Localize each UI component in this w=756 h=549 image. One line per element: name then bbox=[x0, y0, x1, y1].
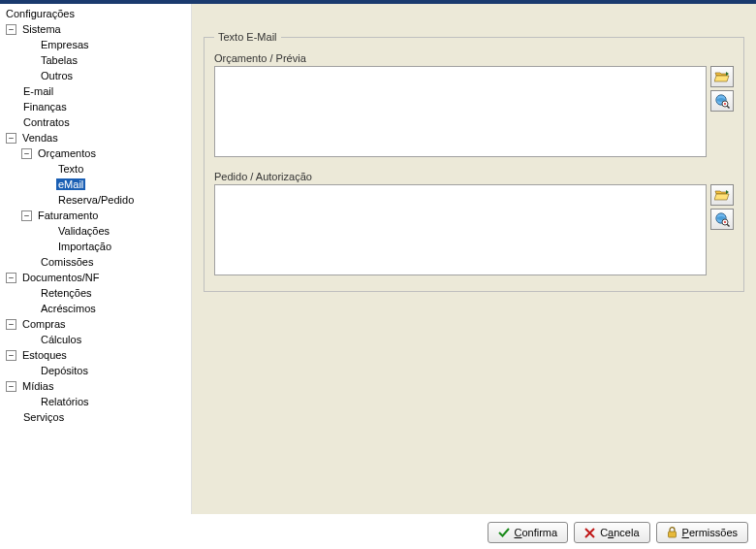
tree-item-calculos[interactable]: Cálculos bbox=[39, 334, 83, 345]
globe-magnifier-icon bbox=[714, 93, 730, 109]
tree-item-estoques[interactable]: Estoques bbox=[20, 349, 69, 361]
toggle-documentos-nf[interactable]: − bbox=[6, 273, 16, 283]
tree-item-outros[interactable]: Outros bbox=[39, 70, 75, 81]
tree-item-tabelas[interactable]: Tabelas bbox=[39, 54, 79, 66]
tree-item-retencoes[interactable]: Retenções bbox=[39, 287, 94, 299]
open-file-button-pedido[interactable] bbox=[710, 184, 734, 206]
lock-icon bbox=[667, 527, 677, 538]
confirma-label: onfirma bbox=[521, 527, 557, 538]
confirma-button[interactable]: Confirma bbox=[488, 522, 569, 543]
svg-point-7 bbox=[724, 221, 726, 223]
tree-item-importacao[interactable]: Importação bbox=[56, 241, 113, 252]
tree-item-contratos[interactable]: Contratos bbox=[21, 116, 72, 128]
group-legend: Texto E-Mail bbox=[214, 31, 281, 43]
label-pedido-autorizacao: Pedido / Autorização bbox=[214, 171, 734, 182]
check-icon bbox=[498, 527, 510, 538]
tree-item-vendas[interactable]: Vendas bbox=[20, 132, 60, 144]
tree-item-orcamentos[interactable]: Orçamentos bbox=[36, 147, 98, 159]
content-panel: Texto E-Mail Orçamento / Prévia bbox=[192, 4, 756, 514]
tree-item-depositos[interactable]: Depósitos bbox=[39, 365, 90, 376]
tree-item-acrescimos[interactable]: Acréscimos bbox=[39, 303, 98, 314]
textarea-orcamento-previa[interactable] bbox=[214, 66, 707, 157]
svg-rect-8 bbox=[668, 532, 676, 537]
cancela-label: ncela bbox=[614, 527, 639, 538]
tree-item-validacoes[interactable]: Validações bbox=[56, 225, 111, 237]
toggle-compras[interactable]: − bbox=[6, 319, 16, 330]
texto-email-group: Texto E-Mail Orçamento / Prévia bbox=[204, 31, 744, 292]
label-orcamento-previa: Orçamento / Prévia bbox=[214, 52, 734, 64]
tree-item-comissoes[interactable]: Comissões bbox=[39, 256, 95, 268]
preview-button-orcamento[interactable] bbox=[710, 90, 734, 112]
globe-magnifier-icon bbox=[714, 211, 730, 227]
field-orcamento-previa: Orçamento / Prévia bbox=[214, 52, 734, 157]
tree-item-servicos[interactable]: Serviços bbox=[21, 411, 66, 423]
toggle-sistema[interactable]: − bbox=[6, 24, 16, 35]
config-tree-sidebar: Configurações − Sistema Empresas Tabelas… bbox=[0, 4, 192, 514]
field-pedido-autorizacao: Pedido / Autorização bbox=[214, 171, 734, 275]
svg-line-6 bbox=[727, 224, 729, 226]
tree-item-financas[interactable]: Finanças bbox=[21, 101, 69, 113]
folder-open-icon bbox=[714, 70, 730, 83]
tree-item-email[interactable]: E-mail bbox=[21, 85, 55, 97]
folder-open-icon bbox=[714, 188, 730, 202]
tree-item-midias[interactable]: Mídias bbox=[20, 380, 55, 392]
toggle-vendas[interactable]: − bbox=[6, 133, 16, 144]
main-container: Configurações − Sistema Empresas Tabelas… bbox=[0, 4, 756, 514]
config-tree: − Sistema Empresas Tabelas Outros E-mail… bbox=[4, 21, 191, 425]
tree-item-compras[interactable]: Compras bbox=[20, 318, 68, 330]
permissoes-label: ermissões bbox=[689, 527, 738, 538]
tree-item-sistema[interactable]: Sistema bbox=[20, 23, 63, 35]
tree-root-label: Configurações bbox=[4, 6, 191, 21]
tree-item-faturamento[interactable]: Faturamento bbox=[36, 210, 100, 221]
tree-item-orc-email[interactable]: eMail bbox=[56, 178, 85, 190]
preview-button-pedido[interactable] bbox=[710, 209, 734, 230]
permissoes-button[interactable]: Permissões bbox=[656, 522, 748, 543]
toggle-midias[interactable]: − bbox=[6, 381, 16, 392]
svg-point-3 bbox=[724, 103, 726, 105]
svg-line-2 bbox=[727, 106, 729, 108]
toggle-faturamento[interactable]: − bbox=[21, 210, 32, 221]
x-icon bbox=[584, 528, 595, 538]
tree-item-texto[interactable]: Texto bbox=[56, 163, 85, 175]
cancela-button[interactable]: Cancela bbox=[574, 522, 649, 543]
footer-buttons: Confirma Cancela Permissões bbox=[488, 522, 748, 543]
tree-item-relatorios[interactable]: Relatórios bbox=[39, 396, 91, 407]
textarea-pedido-autorizacao[interactable] bbox=[214, 184, 707, 275]
tree-item-documentos-nf[interactable]: Documentos/NF bbox=[20, 272, 101, 283]
open-file-button-orcamento[interactable] bbox=[710, 66, 734, 87]
toggle-estoques[interactable]: − bbox=[6, 350, 16, 361]
tree-item-reserva-pedido[interactable]: Reserva/Pedido bbox=[56, 194, 136, 206]
tree-item-empresas[interactable]: Empresas bbox=[39, 39, 91, 50]
toggle-orcamentos[interactable]: − bbox=[21, 148, 32, 159]
